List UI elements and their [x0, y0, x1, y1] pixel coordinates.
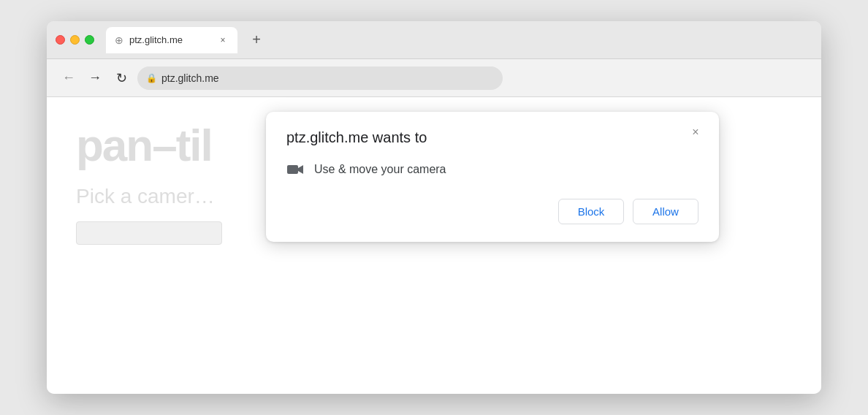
block-button[interactable]: Block [558, 199, 624, 224]
traffic-lights [56, 35, 94, 45]
page-bg-input [76, 221, 222, 245]
dialog-title: ptz.glitch.me wants to [286, 129, 698, 146]
address-text: ptz.glitch.me [161, 72, 219, 84]
back-button[interactable]: ← [58, 68, 79, 88]
dialog-actions: Block Allow [286, 199, 698, 224]
new-tab-button[interactable]: + [246, 30, 267, 50]
tab-title: ptz.glitch.me [129, 34, 211, 45]
page-bg-subtext: Pick a camer… [76, 185, 215, 208]
tab-close-button[interactable]: × [217, 34, 229, 46]
title-bar: ⊕ ptz.glitch.me × + [47, 21, 821, 59]
dialog-close-button[interactable]: × [687, 123, 704, 141]
address-bar[interactable]: 🔒 ptz.glitch.me [137, 66, 503, 90]
minimize-traffic-light[interactable] [70, 35, 80, 45]
page-bg-heading: pan–til [76, 119, 212, 171]
browser-tab[interactable]: ⊕ ptz.glitch.me × [106, 27, 237, 53]
tab-move-icon: ⊕ [115, 34, 123, 46]
svg-marker-1 [298, 165, 303, 174]
browser-window: ⊕ ptz.glitch.me × + ← → ↻ 🔒 ptz.glitch.m… [47, 21, 821, 394]
svg-rect-0 [287, 165, 298, 174]
maximize-traffic-light[interactable] [85, 35, 94, 45]
reload-button[interactable]: ↻ [111, 68, 132, 88]
allow-button[interactable]: Allow [633, 199, 698, 224]
page-content: pan–til Pick a camer… × ptz.glitch.me wa… [47, 97, 821, 394]
camera-icon [286, 161, 304, 178]
forward-button[interactable]: → [85, 68, 105, 88]
close-traffic-light[interactable] [56, 35, 65, 45]
permission-dialog: × ptz.glitch.me wants to Use & move your… [266, 112, 719, 242]
lock-icon: 🔒 [146, 73, 157, 83]
permission-row: Use & move your camera [286, 161, 698, 178]
permission-text: Use & move your camera [314, 163, 446, 176]
nav-bar: ← → ↻ 🔒 ptz.glitch.me [47, 59, 821, 97]
